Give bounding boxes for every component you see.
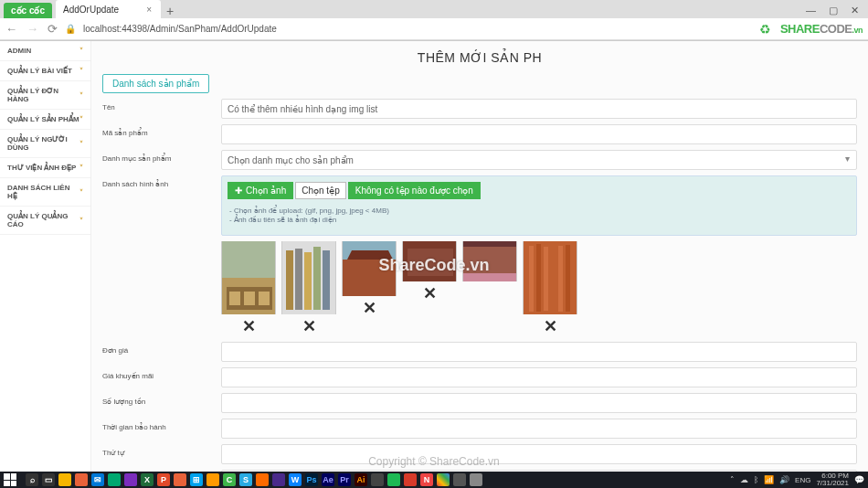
svg-rect-9 [304, 252, 312, 310]
remove-thumb-icon[interactable]: ✕ [363, 298, 376, 318]
svg-marker-14 [347, 250, 393, 260]
thumbnail[interactable] [402, 241, 457, 281]
remove-thumb-icon[interactable]: ✕ [242, 316, 256, 336]
chevron-down-icon: ˅ [79, 140, 83, 148]
label-slton: Số lượng tồn [102, 393, 221, 406]
plus-icon: ✚ [235, 186, 242, 196]
sidebar-item-donhang[interactable]: QUẢN LÝ ĐƠN HÀNG˅ [0, 81, 90, 110]
nav-reload-icon[interactable]: ⟳ [48, 22, 58, 36]
task-icon[interactable]: X [141, 473, 153, 486]
task-icon[interactable] [58, 473, 71, 486]
input-slton[interactable] [221, 393, 857, 413]
input-ten[interactable] [221, 99, 857, 119]
svg-rect-7 [286, 250, 293, 310]
tray-bluetooth-icon[interactable]: ᛒ [754, 475, 758, 484]
task-icon[interactable]: Ae [322, 473, 334, 486]
admin-sidebar: ADMIN˅ QUẢN LÝ BÀI VIẾT˅ QUẢN LÝ ĐƠN HÀN… [0, 41, 91, 472]
svg-rect-16 [408, 249, 453, 276]
task-icon[interactable]: Ai [355, 473, 367, 486]
task-icon[interactable]: ▭ [42, 473, 55, 486]
nav-forward-icon[interactable]: → [26, 22, 38, 36]
label-dongia: Đơn giá [102, 342, 221, 355]
remove-thumb-icon[interactable]: ✕ [423, 283, 437, 303]
chevron-down-icon: ˅ [79, 67, 83, 75]
svg-rect-19 [463, 241, 516, 247]
input-tgbh[interactable] [221, 419, 857, 439]
select-danhmuc[interactable]: Chọn danh mục cho sản phẩm [221, 150, 857, 170]
task-icon[interactable]: N [420, 473, 433, 486]
thumbnail[interactable] [523, 241, 577, 314]
remove-thumb-icon[interactable]: ✕ [544, 316, 557, 336]
task-icon[interactable] [124, 473, 137, 486]
tray-cloud-icon[interactable]: ☁ [740, 475, 748, 484]
input-ma[interactable] [221, 124, 857, 144]
label-giakm: Giá khuyến mãi [102, 367, 221, 380]
label-tgbh: Thời gian bảo hành [102, 419, 221, 431]
tray-wifi-icon[interactable]: 📶 [764, 475, 774, 484]
sidebar-item-nguoidung[interactable]: QUẢN LÝ NGƯỜI DÙNG˅ [0, 130, 90, 158]
thumbnail[interactable] [221, 241, 276, 314]
sidebar-item-quangcao[interactable]: QUẢN LÝ QUẢNG CÁO˅ [0, 207, 90, 235]
sidebar-item-baiviet[interactable]: QUẢN LÝ BÀI VIẾT˅ [0, 61, 90, 81]
tray-clock[interactable]: 6:00 PM 7/31/2021 [816, 472, 849, 487]
task-icon[interactable]: S [239, 473, 252, 486]
task-icon[interactable] [272, 473, 285, 486]
task-icon[interactable] [256, 473, 269, 486]
window-close-icon[interactable]: ✕ [851, 5, 859, 16]
new-tab-button[interactable]: + [166, 4, 174, 18]
label-dsanh: Danh sách hình ảnh [102, 175, 221, 188]
input-dongia[interactable] [221, 342, 857, 362]
task-icon[interactable] [75, 473, 88, 486]
task-icon[interactable] [206, 473, 219, 486]
window-maximize-icon[interactable]: ▢ [829, 5, 838, 16]
nav-back-icon[interactable]: ← [5, 22, 17, 36]
task-icon[interactable]: ✉ [91, 473, 104, 486]
address-bar[interactable]: localhost:44398/Admin/SanPham/AddOrUpdat… [83, 24, 752, 34]
sidebar-item-admin[interactable]: ADMIN˅ [0, 41, 90, 61]
task-icon[interactable] [108, 473, 121, 486]
task-icon[interactable]: Pr [338, 473, 351, 486]
tray-lang[interactable]: ENG [795, 476, 810, 484]
thumbnail[interactable] [281, 241, 336, 314]
task-icon[interactable] [371, 473, 384, 486]
thumbnail[interactable] [342, 241, 397, 296]
input-thutu[interactable] [221, 444, 857, 464]
task-icon[interactable] [404, 473, 417, 486]
task-icon[interactable] [174, 473, 186, 486]
task-icon[interactable] [387, 473, 400, 486]
thumbnail[interactable] [462, 241, 517, 281]
tray-notifications-icon[interactable]: 💬 [854, 475, 864, 484]
task-icon[interactable]: ⊞ [190, 473, 203, 486]
task-icon[interactable]: Ps [305, 473, 318, 486]
task-icon[interactable] [453, 473, 466, 486]
sidebar-item-lienhe[interactable]: DANH SÁCH LIÊN HỆ˅ [0, 178, 90, 207]
tray-chevron-icon[interactable]: ˄ [730, 475, 735, 484]
task-icon[interactable]: P [157, 473, 170, 486]
file-input-button[interactable]: Chọn tệp [295, 182, 345, 199]
task-icon[interactable]: C [223, 473, 236, 486]
svg-rect-2 [229, 292, 240, 305]
svg-rect-13 [343, 260, 396, 296]
choose-image-button[interactable]: ✚Chọn ảnh [228, 182, 293, 199]
window-minimize-icon[interactable]: — [806, 5, 816, 16]
input-giakm[interactable] [221, 367, 857, 387]
label-danhmuc: Danh mục sản phẩm [102, 150, 221, 163]
sharecode-logo: SHARECODE.vn [780, 22, 863, 36]
sidebar-item-thuvien[interactable]: THƯ VIỆN ẢNH ĐẸP˅ [0, 158, 90, 178]
svg-rect-26 [566, 245, 570, 312]
svg-rect-10 [313, 247, 321, 310]
task-icon[interactable] [470, 473, 482, 486]
task-icon[interactable]: W [289, 473, 302, 486]
browser-tab[interactable]: AddOrUpdate × [56, 0, 161, 18]
chevron-down-icon: ˅ [79, 91, 83, 100]
product-list-button[interactable]: Danh sách sản phẩm [102, 74, 209, 93]
tab-close-icon[interactable]: × [146, 5, 152, 15]
svg-rect-24 [551, 243, 556, 313]
tray-volume-icon[interactable]: 🔊 [779, 475, 789, 484]
task-icon[interactable]: ⌕ [26, 473, 38, 486]
task-icon[interactable] [437, 473, 450, 486]
sidebar-item-sanpham[interactable]: QUẢN LÝ SẢN PHẨM˅ [0, 110, 90, 130]
windows-taskbar: ⌕ ▭ ✉ X P ⊞ C S W Ps Ae Pr Ai N ˄ ☁ ᛒ 📶 … [0, 472, 868, 488]
start-button[interactable] [4, 473, 16, 486]
remove-thumb-icon[interactable]: ✕ [302, 316, 316, 336]
